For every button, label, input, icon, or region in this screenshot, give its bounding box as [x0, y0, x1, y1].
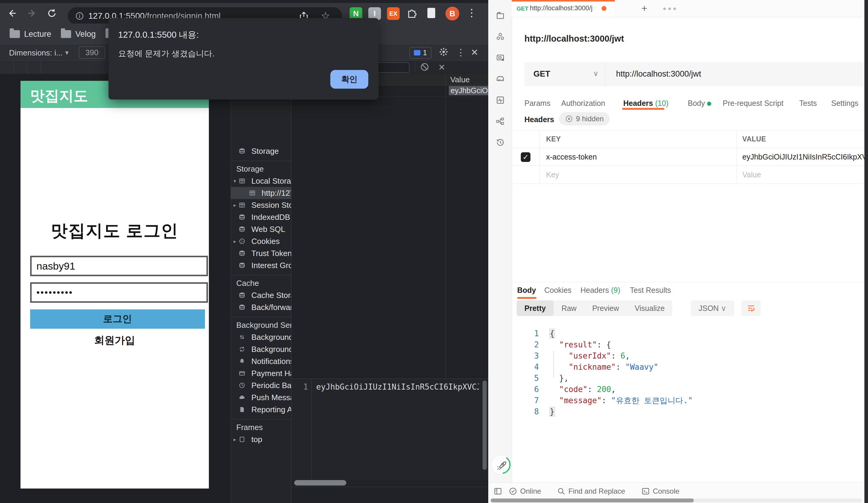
bookmark-folder-lecture[interactable]: Lecture [10, 30, 51, 39]
caret-right-icon[interactable]: ▸ [231, 238, 239, 244]
response-tab-cookies[interactable]: Cookies [544, 286, 571, 295]
response-tab-body[interactable]: Body [517, 286, 536, 295]
brand-logo[interactable]: 맛집지도 [30, 86, 88, 105]
header-enabled-checkbox[interactable]: ✓ [521, 152, 530, 162]
sidebar-item-interest-groups[interactable]: Interest Groups [231, 259, 291, 271]
sidebar-item-web-sql[interactable]: Web SQL [231, 223, 291, 235]
collections-icon[interactable] [495, 11, 505, 21]
tab-headers[interactable]: Headers (10) [623, 99, 669, 107]
caret-right-icon[interactable]: ▸ [231, 202, 239, 208]
header-row-empty[interactable]: Key Value [513, 166, 868, 184]
devtools-close-icon[interactable]: ✕ [471, 47, 478, 58]
hidden-headers-toggle[interactable]: 9 hidden [559, 112, 610, 125]
sidebar-item-storage[interactable]: Storage [231, 145, 291, 157]
response-tab-test-results[interactable]: Test Results [630, 286, 671, 295]
table-header-row: KEY VALUE [513, 130, 868, 148]
console-button[interactable]: Console [641, 487, 679, 495]
username-input[interactable] [30, 256, 208, 276]
value-column-header: Value [450, 75, 470, 84]
apis-icon[interactable] [495, 32, 505, 42]
header-row-x-access-token[interactable]: ✓ x-access-token eyJhbGciOiJIUzI1NiIsInR… [513, 148, 868, 166]
bootcamp-rocket-button[interactable] [491, 455, 511, 475]
bottom-scrollbar-thumb[interactable] [490, 499, 694, 502]
back-icon[interactable] [7, 8, 18, 19]
reload-icon[interactable] [46, 8, 57, 19]
viewport-width-input[interactable]: 390 [79, 47, 105, 59]
sidebar-item-reporting-api[interactable]: Reporting API [231, 403, 291, 415]
bell-icon [239, 358, 248, 365]
sidebar-item-http-127-0-0-1-5500[interactable]: http://127.0.0.1:5500 [231, 187, 291, 199]
history-icon[interactable] [495, 137, 505, 147]
browser-menu-icon[interactable]: ⋮ [466, 7, 477, 19]
method-select[interactable]: GET ∨ [524, 62, 606, 86]
profile-avatar[interactable]: B [445, 7, 459, 21]
format-select[interactable]: JSON ∨ [691, 300, 734, 316]
sidebar-item-push-messaging[interactable]: Push Messaging [231, 391, 291, 403]
request-url-input[interactable]: http://localhost:3000/jwt [616, 69, 701, 79]
header-value-cell[interactable]: eyJhbGciOiJIUzI1NiIsInR5cCI6IkpXV [742, 153, 867, 161]
wrap-text-button[interactable] [741, 300, 761, 316]
sidebar-item-local-storage[interactable]: ▾Local Storage [231, 175, 291, 187]
side-panel-icon[interactable] [427, 8, 435, 18]
sidebar-item-session-storage[interactable]: ▸Session Storage [231, 199, 291, 211]
forward-icon[interactable] [27, 8, 37, 19]
new-tab-button[interactable]: + [641, 2, 648, 14]
sidebar-item-payment-handler[interactable]: Payment Handler [231, 367, 291, 379]
issues-badge[interactable]: 1 [410, 47, 431, 59]
view-pretty[interactable]: Pretty [517, 300, 554, 316]
db-icon [239, 214, 248, 220]
flows-icon[interactable] [495, 116, 505, 126]
caret-down-icon[interactable]: ▾ [231, 178, 239, 184]
header-key-cell[interactable]: x-access-token [546, 153, 597, 161]
bottom-scrollbar[interactable] [490, 499, 862, 502]
chevron-down-icon: ▼ [64, 50, 70, 57]
caret-right-icon[interactable]: ▸ [231, 437, 239, 442]
tab-pre-request-script[interactable]: Pre-request Script [723, 99, 783, 107]
signup-link[interactable]: 회원가입 [21, 333, 209, 347]
sidebar-item-cookies[interactable]: ▸Cookies [231, 235, 291, 247]
section-header: Cache [231, 275, 291, 289]
tab-settings[interactable]: Settings [831, 99, 858, 107]
view-raw[interactable]: Raw [554, 300, 585, 316]
sidebar-item-background-sync[interactable]: Background Sync [231, 343, 291, 355]
find-and-replace[interactable]: Find and Replace [557, 487, 625, 495]
devtools-settings-icon[interactable] [439, 47, 448, 57]
extensions-puzzle-icon[interactable] [406, 8, 418, 19]
request-tab[interactable]: GET http://localhost:3000/j [512, 0, 615, 17]
grid-hscrollbar[interactable] [294, 480, 346, 485]
sidebar-item-top[interactable]: ▸top [231, 433, 291, 445]
preview-vscrollbar[interactable] [483, 381, 487, 470]
sidebar-item-background-fetch[interactable]: Background Fetch [231, 331, 291, 343]
mock-servers-icon[interactable] [495, 74, 505, 84]
tab-body[interactable]: Body [688, 99, 711, 107]
site-info-icon[interactable] [75, 11, 84, 21]
response-tab-headers[interactable]: Headers (9) [580, 286, 620, 295]
tab-options-icon[interactable]: ∘∘∘ [662, 5, 678, 13]
request-tab-bar: GET http://localhost:3000/j + ∘∘∘ [512, 0, 868, 17]
view-preview[interactable]: Preview [585, 300, 627, 316]
sidebar-item-trust-tokens[interactable]: Trust Tokens [231, 247, 291, 259]
alert-message: 요청에 문제가 생겼습니다. [118, 48, 215, 59]
sidebar-item-periodic-background-sync[interactable]: Periodic Background Sync [231, 379, 291, 391]
delete-selected-icon[interactable]: ✕ [438, 62, 445, 72]
bookmark-folder-velog[interactable]: Velog [61, 30, 96, 39]
alert-confirm-button[interactable]: 확인 [330, 70, 368, 89]
dimensions-dropdown[interactable]: Dimensions: i... [9, 48, 63, 58]
sidebar-item-indexeddb[interactable]: IndexedDB [231, 211, 291, 223]
password-input[interactable] [30, 282, 208, 303]
tab-tests[interactable]: Tests [799, 99, 817, 107]
tab-authorization[interactable]: Authorization [561, 99, 605, 107]
online-status[interactable]: Online [509, 487, 541, 495]
tab-params[interactable]: Params [524, 99, 550, 107]
clear-all-icon[interactable] [420, 62, 429, 71]
monitors-icon[interactable] [495, 95, 505, 105]
login-button[interactable]: 로그인 [30, 309, 205, 329]
extension-ex-icon[interactable]: EX [387, 7, 400, 20]
view-visualize[interactable]: Visualize [627, 300, 673, 316]
devtools-menu-icon[interactable]: ⋮ [456, 47, 465, 58]
sidebar-item-notifications[interactable]: Notifications [231, 355, 291, 367]
sidebar-item-cache-storage[interactable]: Cache Storage [231, 289, 291, 301]
sidebar-toggle-icon[interactable] [494, 487, 502, 495]
sidebar-item-back-forward-cache[interactable]: Back/forward cache [231, 301, 291, 313]
environments-icon[interactable] [495, 53, 505, 63]
